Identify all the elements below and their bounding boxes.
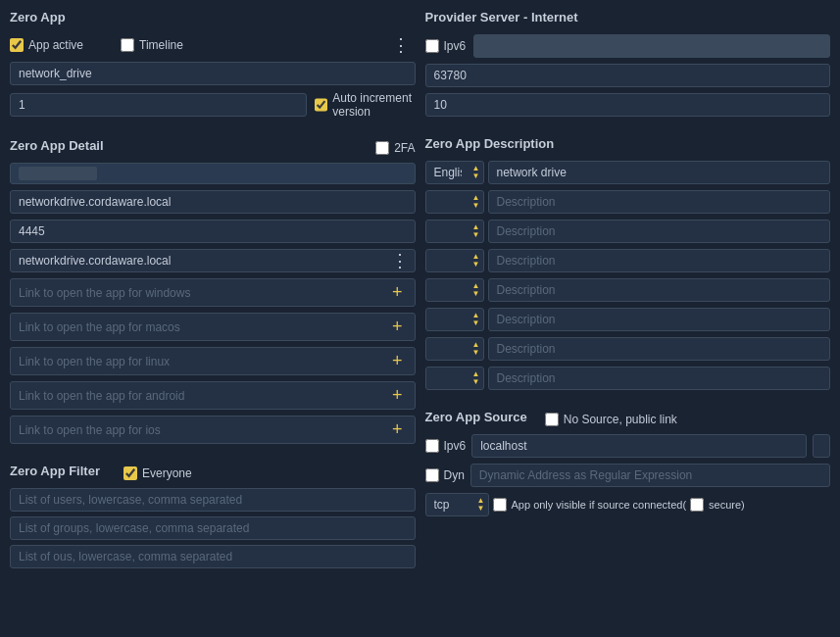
desc-select-wrapper-5: ▲▼ [425,278,484,302]
no-source-checkbox[interactable] [545,413,559,426]
app-name-input[interactable] [10,62,416,85]
desc-row-3: ▲▼ [425,220,831,243]
dyn-input[interactable] [470,464,830,487]
timeline-checkbox[interactable] [121,38,134,52]
desc-select-wrapper-3: ▲▼ [425,220,484,243]
twofa-row[interactable]: 2FA [375,141,415,155]
desc-input-5[interactable] [488,278,831,302]
dyn-row: Dyn [425,464,831,487]
desc-input-3[interactable] [488,220,831,243]
everyone-row[interactable]: Everyone [124,466,192,480]
app-visible-checkbox[interactable] [493,498,507,512]
everyone-checkbox[interactable] [124,466,137,480]
link-linux-row: Link to open the app for linux + [10,347,416,375]
desc-lang-select-7[interactable] [425,337,484,361]
app-visible-checkbox-row[interactable]: App only visible if source connected( [493,498,687,512]
desc-lang-select-6[interactable] [425,308,484,331]
link-windows-add-button[interactable]: + [388,282,407,303]
zero-app-source-title: Zero App Source [425,410,527,424]
provider-ipv6-row[interactable]: Ipv6 [425,39,467,53]
twofa-label: 2FA [394,141,415,155]
lang-select[interactable]: English German French [425,161,484,184]
dyn-checkbox-row[interactable]: Dyn [425,468,465,482]
filter-section [10,488,416,568]
zero-app-desc-title: Zero App Description [425,136,555,151]
source-ipv6-checkbox[interactable] [425,439,439,453]
link-android-add-button[interactable]: + [388,385,407,406]
secure-row: tcp udp ▲▼ App only visible if source co… [425,493,831,516]
auto-increment-label: Auto increment version [332,91,415,119]
provider-num-input[interactable] [425,93,831,117]
tcp-select[interactable]: tcp udp [425,493,489,516]
desc-select-wrapper-6: ▲▼ [425,308,484,331]
link-android-text: Link to open the app for android [19,389,384,403]
link-macos-text: Link to open the app for macos [19,320,384,334]
more-options-button[interactable]: ⋮ [386,34,416,56]
app-name-desc-input[interactable] [488,161,831,184]
users-input[interactable] [10,488,416,512]
link-windows-row: Link to open the app for windows + [10,278,416,307]
detail-host2-dots-button[interactable]: ⋮ [385,250,415,271]
desc-input-8[interactable] [488,367,831,390]
desc-select-wrapper-8: ▲▼ [425,367,484,390]
detail-host-input[interactable] [10,190,416,214]
desc-input-2[interactable] [488,190,831,214]
app-visible-label: App only visible if source connected( [512,499,687,511]
link-macos-add-button[interactable]: + [388,317,407,337]
app-active-label: App active [28,38,83,52]
app-active-checkbox-row[interactable]: App active [10,38,83,52]
desc-lang-select-4[interactable] [425,249,484,272]
dyn-checkbox[interactable] [425,468,439,482]
desc-row-2: ▲▼ [425,190,831,214]
desc-lang-select-2[interactable] [425,190,484,214]
ous-input[interactable] [10,545,416,568]
link-windows-text: Link to open the app for windows [19,286,384,300]
zero-app-title: Zero App [10,10,66,24]
source-ip-input[interactable] [471,434,807,458]
timeline-checkbox-row[interactable]: Timeline [121,38,183,52]
no-source-label: No Source, public link [564,413,677,426]
link-linux-add-button[interactable]: + [388,351,407,371]
zero-app-detail-title: Zero App Detail [10,138,104,153]
image-placeholder [19,167,97,180]
detail-host2-input[interactable] [11,250,377,271]
source-port-input[interactable] [813,434,830,458]
link-ios-text: Link to open the app for ios [19,423,384,437]
detail-port-input[interactable] [10,220,416,243]
desc-row-5: ▲▼ [425,278,831,302]
desc-select-wrapper-4: ▲▼ [425,249,484,272]
app-active-checkbox[interactable] [10,38,24,52]
provider-ipv6-checkbox[interactable] [425,39,439,53]
lang-select-wrapper: English German French ▲▼ [425,161,484,184]
timeline-label: Timeline [139,38,183,52]
no-source-row[interactable]: No Source, public link [545,413,677,426]
desc-input-6[interactable] [488,308,831,331]
desc-lang-select-5[interactable] [425,278,484,302]
version-input[interactable] [10,93,307,117]
twofa-checkbox[interactable] [375,141,389,155]
provider-ip-input[interactable] [473,34,830,58]
desc-input-4[interactable] [488,249,831,272]
desc-row-4: ▲▼ [425,249,831,272]
auto-increment-checkbox[interactable] [315,98,327,112]
source-ipv6-row[interactable]: Ipv6 [425,439,467,453]
desc-row-7: ▲▼ [425,337,831,361]
link-android-row: Link to open the app for android + [10,381,416,410]
source-ip-row: Ipv6 [425,434,831,458]
provider-server-title: Provider Server - Internet [425,10,578,24]
secure-checkbox[interactable] [690,498,704,512]
link-ios-add-button[interactable]: + [388,419,407,440]
everyone-label: Everyone [142,466,192,480]
groups-input[interactable] [10,516,416,540]
tcp-select-wrapper: tcp udp ▲▼ [425,493,489,516]
auto-increment-row[interactable]: Auto increment version [315,91,415,119]
desc-lang-select-8[interactable] [425,367,484,390]
secure-checkbox-row[interactable]: secure) [690,498,745,512]
provider-port-input[interactable] [425,64,831,87]
desc-select-wrapper-7: ▲▼ [425,337,484,361]
link-macos-row: Link to open the app for macos + [10,313,416,341]
desc-lang-select-3[interactable] [425,220,484,243]
desc-input-7[interactable] [488,337,831,361]
secure-label: secure) [709,499,745,511]
desc-row-6: ▲▼ [425,308,831,331]
